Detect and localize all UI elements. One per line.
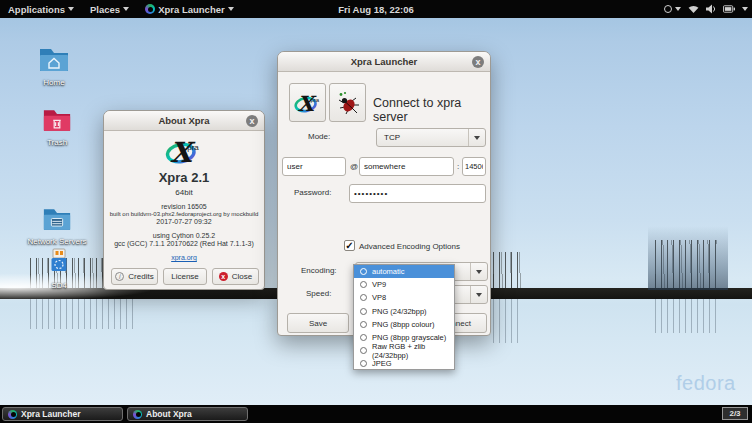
red-close-icon: x (219, 272, 228, 281)
workspace-indicator[interactable]: 2/3 (722, 407, 748, 420)
advanced-options-checkbox[interactable]: ✓ (344, 240, 355, 251)
encoding-option-label: PNG (8bpp grayscale) (372, 333, 446, 342)
taskbar-button-about-xpra[interactable]: About Xpra (127, 407, 248, 421)
username-input[interactable] (282, 157, 346, 176)
encoding-option-label: Raw RGB + zlib (24/32bpp) (372, 342, 454, 360)
password-input[interactable] (349, 184, 486, 203)
credits-button[interactable]: i Credits (111, 268, 158, 285)
desktop-icon-network-servers[interactable]: Network Servers (25, 206, 89, 246)
radio-icon (360, 360, 367, 367)
xpra-app-icon (133, 410, 142, 419)
radio-icon (360, 321, 367, 328)
launcher-window-title: Xpra Launcher (351, 56, 418, 67)
close-icon[interactable]: x (472, 56, 484, 68)
chevron-down-icon (468, 129, 485, 146)
about-arch: 64bit (104, 188, 264, 197)
applications-menu-label: Applications (8, 4, 65, 15)
encoding-option-label: VP9 (372, 280, 386, 289)
app-menu-label: Xpra Launcher (158, 4, 225, 15)
launcher-heading: Connect to xpra server (373, 96, 490, 124)
radio-icon (360, 294, 367, 301)
volume-icon (706, 4, 716, 14)
radio-icon (360, 347, 367, 354)
mode-combobox[interactable]: TCP (376, 128, 486, 147)
desktop-icon-usb-drive[interactable]: SD4 (27, 248, 91, 290)
save-button-label: Save (309, 319, 327, 328)
gnome-top-bar: Applications Places Xpra Launcher Fri Au… (0, 0, 752, 18)
encoding-option-vp8[interactable]: VP8 (354, 291, 454, 304)
about-close-button[interactable]: x Close (212, 268, 259, 285)
window-list-taskbar: Xpra Launcher About Xpra 2/3 (0, 405, 752, 423)
places-menu[interactable]: Places (82, 0, 137, 18)
battery-icon (723, 5, 735, 13)
license-button-label: License (171, 272, 199, 281)
status-circle-menu[interactable] (664, 5, 681, 13)
encoding-option-raw-rgb[interactable]: Raw RGB + zlib (24/32bpp) (354, 344, 454, 357)
about-titlebar[interactable]: About Xpra x (104, 111, 264, 131)
encoding-option-label: PNG (24/32bpp) (372, 307, 427, 316)
radio-icon (360, 308, 367, 315)
trees-reflection-left (30, 299, 135, 329)
encoding-option-vp9[interactable]: VP9 (354, 278, 454, 291)
chevron-down-icon[interactable] (742, 7, 748, 11)
svg-text:pra: pra (310, 97, 319, 103)
fedora-wallpaper-logo: fedora (676, 372, 736, 395)
encoding-option-png8-colour[interactable]: PNG (8bpp colour) (354, 318, 454, 331)
speed-label: Speed: (306, 289, 331, 298)
encoding-option-label: VP8 (372, 293, 386, 302)
close-icon[interactable]: x (246, 115, 258, 127)
trees-reflection-right (655, 299, 717, 333)
chevron-down-icon (228, 7, 234, 11)
about-cython: using Cython 0.25.2 (104, 232, 264, 239)
taskbar-button-xpra-launcher[interactable]: Xpra Launcher (2, 407, 123, 421)
encoding-option-label: PNG (8bpp colour) (372, 320, 435, 329)
desktop-icon-trash[interactable]: Trash (25, 107, 89, 147)
desktop-icon-label: Trash (25, 138, 89, 147)
app-menu-xpra-launcher[interactable]: Xpra Launcher (137, 0, 242, 18)
encoding-option-automatic[interactable]: automatic (354, 265, 454, 278)
bug-icon (335, 90, 361, 116)
trees-silhouette-right-of-dialog (493, 252, 523, 288)
info-icon: i (115, 272, 124, 281)
xpra-logo-icon: X pra (292, 90, 324, 116)
about-xpra-window: About Xpra x X pra Xpra 2.1 64bit revisi… (103, 110, 265, 290)
credits-button-label: Credits (128, 272, 153, 281)
xpra-org-link[interactable]: xpra.org (104, 254, 264, 261)
trees-reflection-right-of-dialog (493, 299, 523, 343)
chevron-down-icon (470, 263, 487, 280)
xpra-logo-button[interactable]: X pra (289, 83, 326, 122)
desktop-icon-label: Network Servers (25, 237, 89, 246)
colon-separator: : (457, 162, 459, 171)
port-input[interactable] (462, 157, 486, 176)
usb-drive-icon (49, 248, 69, 276)
save-button[interactable]: Save (287, 313, 349, 333)
desktop-icon-label: Home (22, 78, 86, 87)
svg-text:pra: pra (187, 143, 199, 152)
host-input[interactable] (359, 157, 454, 176)
about-built-on: built on buildvm-03.phx2.fedoraproject.o… (104, 211, 264, 217)
encoding-dropdown-popup: automatic VP9 VP8 PNG (24/32bpp) PNG (8b… (353, 264, 455, 370)
launcher-titlebar[interactable]: Xpra Launcher x (278, 52, 490, 72)
encoding-option-png24[interactable]: PNG (24/32bpp) (354, 305, 454, 318)
taskbar-button-label: Xpra Launcher (21, 409, 81, 419)
desktop-icon-label: SD4 (27, 281, 91, 290)
wifi-icon (688, 5, 699, 14)
about-app-name: Xpra 2.1 (104, 170, 264, 185)
blue-fog-right (648, 226, 728, 290)
close-button-label: Close (232, 272, 252, 281)
mode-value: TCP (377, 133, 468, 142)
about-build-date: 2017-07-27 09:32 (104, 218, 264, 225)
encoding-label: Encoding: (301, 266, 337, 275)
status-circle-icon (664, 5, 672, 13)
license-button[interactable]: License (163, 268, 207, 285)
chevron-down-icon (68, 7, 74, 11)
taskbar-button-label: About Xpra (146, 409, 192, 419)
radio-icon (360, 268, 367, 275)
about-window-title: About Xpra (158, 115, 209, 126)
debug-bug-button[interactable] (329, 83, 366, 122)
encoding-option-label: automatic (372, 267, 405, 276)
radio-icon (360, 334, 367, 341)
applications-menu[interactable]: Applications (0, 0, 82, 18)
mode-label: Mode: (308, 132, 330, 141)
desktop-icon-home[interactable]: Home (22, 46, 86, 87)
